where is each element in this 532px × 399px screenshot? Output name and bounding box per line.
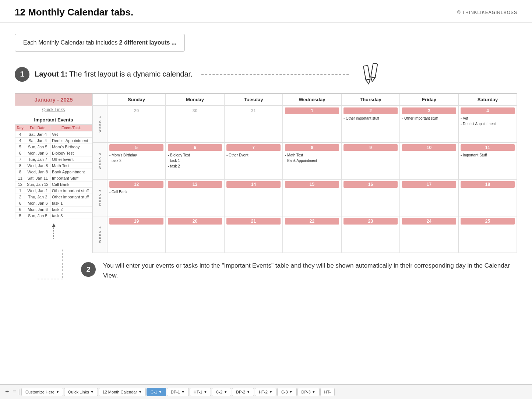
tab-label: DP-1: [171, 390, 180, 394]
event-day: 12: [15, 181, 25, 188]
week-label-2: WEEK 2: [92, 142, 107, 179]
tab-ht-2[interactable]: HT-2▼: [255, 388, 276, 396]
tab-ht-1[interactable]: HT-1▼: [190, 388, 211, 396]
calendar-day-cell: 10: [400, 142, 458, 179]
tab-label: Customize Here: [25, 390, 54, 394]
tab-label: HT-1: [194, 390, 202, 394]
section2: 2 You will enter your events or tasks in…: [81, 261, 517, 280]
week-col-header: [92, 93, 107, 106]
event-task: task 2: [50, 206, 92, 213]
calendar-day-cell: 7- Other Event: [224, 142, 283, 179]
col-day: Day: [15, 125, 25, 131]
event-date: Tue, Jan 7: [25, 156, 50, 163]
svg-rect-2: [371, 63, 377, 78]
week-row-4: WEEK 419202122232425: [92, 216, 517, 253]
pencil-svg: [361, 63, 387, 85]
calendar-day-cell: 5- Mom's Birthday- task 3: [107, 142, 166, 179]
tab-bar: + ≡ | Customize Here▼Quick Links▼12 Mont…: [0, 384, 532, 399]
calendar-day-cell: 17: [400, 179, 458, 216]
day-events-text: - Other important stuff: [343, 116, 398, 121]
tab-dp-3[interactable]: DP-3▼: [297, 388, 320, 396]
table-row: 12Sun, Jan 12Call Bank: [15, 181, 92, 188]
monday-header: Monday: [166, 93, 224, 106]
week-label-1: WEEK 1: [92, 106, 107, 142]
table-row: 6Mon, Jan 6Biology Test: [15, 150, 92, 156]
table-row: 6Mon, Jan 6task 2: [15, 206, 92, 213]
table-row: 1Wed, Jan 1Other important stuff: [15, 188, 92, 194]
layout1-label-text: The first layout is a dynamic calendar.: [69, 70, 193, 78]
calendar-day-cell: 11- Important Stuff: [458, 142, 517, 179]
tab-quick-links[interactable]: Quick Links▼: [64, 388, 98, 396]
event-day: 8: [15, 169, 25, 175]
section2-text: You will enter your events or tasks into…: [103, 261, 517, 280]
tab-dp-1[interactable]: DP-1▼: [167, 388, 189, 396]
calendar-day-cell: 19: [107, 216, 166, 253]
tab-12-month-calendar[interactable]: 12 Month Calendar▼: [99, 388, 146, 396]
event-date: Mon, Jan 6: [25, 150, 50, 156]
tab-c-2[interactable]: C-2▼: [212, 388, 231, 396]
chevron-down-icon: ▼: [247, 390, 250, 394]
add-sheet-button[interactable]: +: [3, 388, 11, 396]
tab-label: HT-2: [259, 390, 268, 394]
calendar-weeks: WEEK 129303112- Other important stuff3- …: [92, 106, 517, 253]
tab-ht-[interactable]: HT-: [320, 388, 335, 396]
col-full-date: Full Date: [25, 125, 50, 131]
info-banner-bold: 2 different layouts ...: [119, 39, 177, 46]
important-events-title: Important Events: [15, 114, 92, 124]
tab-c-3[interactable]: C-3▼: [277, 388, 297, 396]
svg-marker-5: [52, 223, 56, 227]
calendar-day-cell: 3- Other important stuff: [400, 106, 458, 142]
layout1-label-bold: Layout 1:: [35, 70, 67, 78]
table-row: 7Tue, Jan 7Other Event: [15, 156, 92, 163]
tab-dp-2[interactable]: DP-2▼: [232, 388, 254, 396]
svg-marker-1: [366, 79, 371, 84]
calendar-day-cell: 6- Biology Test- task 1- task 2: [166, 142, 224, 179]
day-events-text: - Vet- Dentist Appointment: [461, 116, 515, 127]
event-date: Sat, Jan 11: [25, 175, 50, 181]
calendar-day-cell: 2- Other important stuff: [341, 106, 400, 142]
chevron-down-icon: ▼: [289, 390, 293, 394]
event-date: Sat, Jan 4: [25, 131, 50, 138]
event-date: Sun, Jan 5: [25, 213, 50, 219]
event-task: Call Bank: [50, 181, 92, 188]
week-row-2: WEEK 25- Mom's Birthday- task 36- Biolog…: [92, 142, 517, 179]
layout1-label: Layout 1: The first layout is a dynamic …: [35, 70, 193, 78]
day-events-text: - Other Event: [226, 152, 281, 158]
event-date: Sun, Jan 5: [25, 144, 50, 150]
week-row-1: WEEK 129303112- Other important stuff3- …: [92, 106, 517, 142]
tab-label: 12 Month Calendar: [103, 390, 137, 394]
event-day: 5: [15, 213, 25, 219]
week-row-3: WEEK 312- Call Bank131415161718: [92, 179, 517, 216]
table-row: 4Sat, Jan 4Vet: [15, 131, 92, 138]
chevron-down-icon: ▼: [138, 390, 142, 394]
event-task: Important Stuff: [50, 175, 92, 181]
chevron-down-icon: ▼: [182, 390, 185, 394]
calendar-day-cell: 21: [224, 216, 283, 253]
event-day: 5: [15, 144, 25, 150]
wednesday-header: Wednesday: [283, 93, 341, 106]
day-events-text: - Other important stuff: [402, 116, 456, 121]
tab-label: C-2: [216, 390, 222, 394]
dashed-connector-svg: [15, 250, 96, 290]
chevron-down-icon: ▼: [204, 390, 207, 394]
tab-label: C-3: [281, 390, 288, 394]
tab-customize-here[interactable]: Customize Here▼: [21, 388, 63, 396]
table-row: 8Wed, Jan 8Bank Appointment: [15, 169, 92, 175]
calendar-day-cell: 4- Vet- Dentist Appointment: [458, 106, 517, 142]
calendar-day-cell: 8- Math Test- Bank Appointment: [283, 142, 341, 179]
day-events-text: - Biology Test- task 1- task 2: [168, 152, 222, 169]
calendar-day-cell: 9: [341, 142, 400, 179]
calendar-header-row: Sunday Monday Tuesday Wednesday Thursday…: [92, 93, 517, 106]
calendar-day-cell: 14: [224, 179, 283, 216]
calendar-wrapper: January - 2025 Quick Links Important Eve…: [15, 93, 517, 253]
main-content: Each Monthly Calendar tab includes 2 dif…: [0, 23, 532, 288]
quick-links-label[interactable]: Quick Links: [15, 106, 92, 114]
table-row: 6Mon, Jan 6task 1: [15, 200, 92, 206]
chevron-down-icon: ▼: [269, 390, 272, 394]
tab-label: HT-: [324, 390, 331, 394]
calendar-grid: Sunday Monday Tuesday Wednesday Thursday…: [92, 93, 517, 253]
layout1-dashed-line: [201, 74, 349, 75]
calendar-day-cell: 13: [166, 179, 224, 216]
event-day: 4: [15, 131, 25, 138]
tab-c-1[interactable]: C-1▼: [147, 388, 166, 396]
